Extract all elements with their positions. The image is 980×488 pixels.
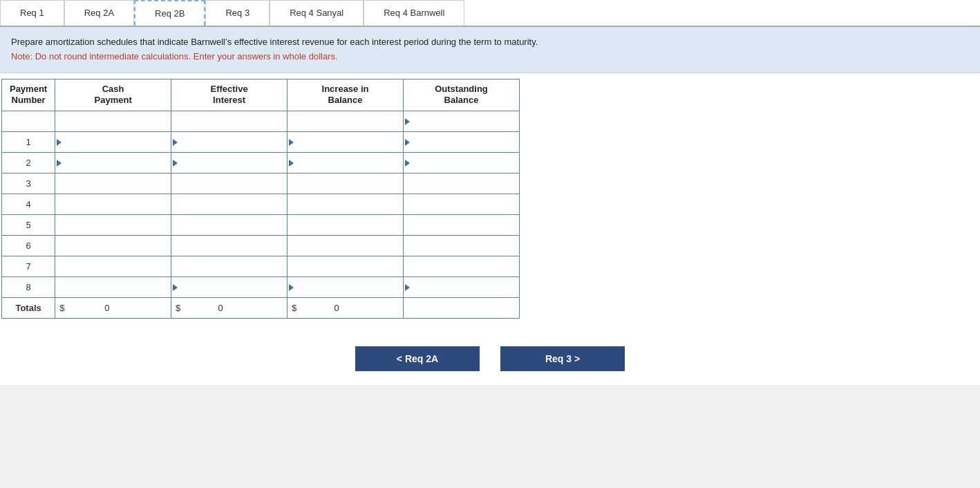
row-5-outstanding-balance[interactable]	[404, 215, 520, 236]
input-row-1-cash-payment[interactable]	[59, 137, 167, 147]
triangle-icon-r8-c1	[173, 284, 178, 291]
input-row-7-cash-payment[interactable]	[59, 261, 167, 272]
input-row-4-outstanding-balance[interactable]	[408, 199, 515, 209]
row-1-increase-balance[interactable]	[288, 132, 404, 153]
row-3-outstanding-balance[interactable]	[404, 173, 520, 194]
triangle-icon-r2-c0	[57, 160, 62, 167]
row-num-8: 8	[2, 277, 55, 298]
input-row-1-increase-balance[interactable]	[292, 137, 399, 147]
input-row-8-increase-balance[interactable]	[292, 282, 399, 292]
input-row-3-effective-interest[interactable]	[176, 178, 283, 189]
row-1-cash-payment[interactable]	[55, 132, 171, 153]
input-row-2-cash-payment[interactable]	[59, 158, 167, 168]
tab-req3[interactable]: Req 3	[205, 0, 270, 26]
input-row-5-increase-balance[interactable]	[292, 220, 399, 230]
cash-currency-prefix: $	[59, 303, 104, 313]
row-4-outstanding-balance[interactable]	[404, 194, 520, 215]
row-7-effective-interest[interactable]	[171, 256, 288, 277]
amortization-table: PaymentNumber CashPayment EffectiveInter…	[1, 79, 520, 319]
instruction-box: Prepare amortization schedules that indi…	[0, 27, 980, 73]
row-3-cash-payment[interactable]	[55, 173, 171, 194]
input-row-7-increase-balance[interactable]	[292, 261, 399, 272]
row-2-effective-interest[interactable]	[171, 153, 288, 173]
input-row-7-effective-interest[interactable]	[176, 261, 283, 272]
row-1-outstanding-balance[interactable]	[404, 132, 520, 153]
input-row-6-cash-payment[interactable]	[59, 241, 167, 251]
row-6-effective-interest[interactable]	[171, 236, 288, 256]
input-row-3-increase-balance[interactable]	[292, 178, 399, 189]
input-row-8-cash-payment[interactable]	[59, 282, 167, 292]
table-header-row: PaymentNumber CashPayment EffectiveInter…	[2, 79, 520, 111]
row-1-effective-interest[interactable]	[171, 132, 288, 153]
row-3-effective-interest[interactable]	[171, 173, 288, 194]
initial-outstanding-balance-input[interactable]	[408, 116, 515, 126]
row-7-cash-payment[interactable]	[55, 256, 171, 277]
row-num-5: 5	[2, 215, 55, 236]
row-2-increase-balance[interactable]	[288, 153, 404, 173]
tab-req2a[interactable]: Req 2A	[64, 0, 134, 26]
increase-currency-prefix: $	[292, 303, 334, 313]
prev-button[interactable]: < Req 2A	[355, 346, 480, 371]
input-row-7-outstanding-balance[interactable]	[408, 261, 515, 272]
input-row-4-cash-payment[interactable]	[59, 199, 167, 209]
row-6-increase-balance[interactable]	[288, 236, 404, 256]
input-row-4-increase-balance[interactable]	[292, 199, 399, 209]
col-header-cash-payment: CashPayment	[55, 79, 171, 111]
input-row-3-cash-payment[interactable]	[59, 178, 167, 189]
row-4-increase-balance[interactable]	[288, 194, 404, 215]
input-row-4-effective-interest[interactable]	[176, 199, 283, 209]
tab-req2b[interactable]: Req 2B	[134, 0, 205, 26]
input-row-1-effective-interest[interactable]	[176, 137, 283, 147]
triangle-icon-r8-c3	[405, 284, 410, 291]
col-header-outstanding-balance: OutstandingBalance	[404, 79, 520, 111]
row-6-outstanding-balance[interactable]	[404, 236, 520, 256]
row-3-increase-balance[interactable]	[288, 173, 404, 194]
tab-req1[interactable]: Req 1	[0, 0, 64, 26]
row-8-increase-balance[interactable]	[288, 277, 404, 298]
triangle-icon-r1-c0	[57, 139, 62, 146]
cash-total-value: 0	[104, 303, 109, 313]
input-row-1-outstanding-balance[interactable]	[408, 137, 515, 147]
row-5-cash-payment[interactable]	[55, 215, 171, 236]
row-7-increase-balance[interactable]	[288, 256, 404, 277]
row-8-outstanding-balance[interactable]	[404, 277, 520, 298]
totals-increase-balance: $ 0	[288, 298, 404, 319]
row-5-increase-balance[interactable]	[288, 215, 404, 236]
input-row-2-effective-interest[interactable]	[176, 158, 283, 168]
tab-req4barnwell[interactable]: Req 4 Barnwell	[364, 0, 464, 26]
row-2-outstanding-balance[interactable]	[404, 153, 520, 173]
row-8-effective-interest[interactable]	[171, 277, 288, 298]
tab-req4sanyal[interactable]: Req 4 Sanyal	[270, 0, 364, 26]
col-header-increase-in-balance: Increase inBalance	[288, 79, 404, 111]
next-button[interactable]: Req 3 >	[500, 346, 625, 371]
input-row-2-increase-balance[interactable]	[292, 158, 399, 168]
input-row-8-outstanding-balance[interactable]	[408, 282, 515, 292]
input-row-6-outstanding-balance[interactable]	[408, 241, 515, 251]
row-6-cash-payment[interactable]	[55, 236, 171, 256]
triangle-icon-r1-c2	[289, 139, 294, 146]
table-row-initial	[2, 111, 520, 132]
row-num-4: 4	[2, 194, 55, 215]
input-row-5-cash-payment[interactable]	[59, 220, 167, 230]
input-row-5-effective-interest[interactable]	[176, 220, 283, 230]
row-2-cash-payment[interactable]	[55, 153, 171, 173]
row-5-effective-interest[interactable]	[171, 215, 288, 236]
row-num-2: 2	[2, 153, 55, 173]
row-7-outstanding-balance[interactable]	[404, 256, 520, 277]
col-header-payment-number: PaymentNumber	[2, 79, 55, 111]
row-num-7: 7	[2, 256, 55, 277]
initial-row-num	[2, 111, 55, 132]
totals-cash-payment: $ 0	[55, 298, 171, 319]
totals-row: Totals$ 0$ 0$ 0	[2, 298, 520, 319]
row-8-cash-payment[interactable]	[55, 277, 171, 298]
input-row-5-outstanding-balance[interactable]	[408, 220, 515, 230]
input-row-6-effective-interest[interactable]	[176, 241, 283, 251]
input-row-8-effective-interest[interactable]	[176, 282, 283, 292]
triangle-icon-r2-c2	[289, 160, 294, 167]
row-4-effective-interest[interactable]	[171, 194, 288, 215]
input-row-2-outstanding-balance[interactable]	[408, 158, 515, 168]
input-row-6-increase-balance[interactable]	[292, 241, 399, 251]
row-4-cash-payment[interactable]	[55, 194, 171, 215]
input-row-3-outstanding-balance[interactable]	[408, 178, 515, 189]
initial-outstanding-balance[interactable]	[404, 111, 520, 132]
